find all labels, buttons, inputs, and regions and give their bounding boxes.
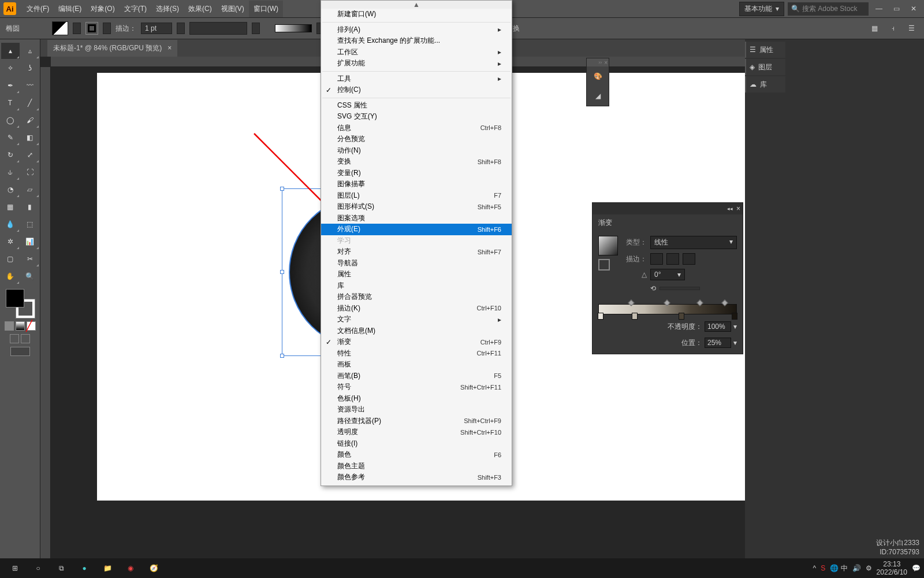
menu-item[interactable]: 变量(R)	[321, 168, 512, 179]
menu-item[interactable]: 链接(I)	[321, 438, 512, 450]
menu-item[interactable]: 分色预览	[321, 134, 512, 145]
menu-item[interactable]: ✓渐变Ctrl+F9	[321, 336, 512, 348]
perspective-tool[interactable]: ▱	[21, 181, 39, 198]
ruler-vertical[interactable]	[40, 67, 51, 565]
stroke-drop[interactable]	[103, 23, 111, 34]
rotate-tool[interactable]: ↻	[1, 147, 20, 163]
profile-drop[interactable]	[189, 22, 247, 35]
menu-item[interactable]: 信息Ctrl+F8	[321, 123, 512, 134]
menu-item[interactable]: 拼合器预览	[321, 291, 512, 303]
stroke-swatch[interactable]	[85, 22, 98, 35]
panel-layers[interactable]: ◈图层	[745, 59, 785, 75]
menu-file[interactable]: 文件(F)	[22, 1, 54, 17]
blend-tool[interactable]: ⬚	[21, 216, 39, 232]
grid-icon[interactable]: ▦	[867, 23, 881, 34]
ellipse-tool[interactable]: ◯	[1, 112, 20, 128]
align-icon[interactable]: ⫞	[886, 23, 900, 34]
menu-window[interactable]: 窗口(W)	[249, 1, 283, 17]
close-tab-icon[interactable]: ×	[167, 44, 172, 52]
doc-tab[interactable]: 未标题-1* @ 84% (RGB/GPU 预览)×	[47, 40, 177, 57]
fill-stroke-control[interactable]	[6, 289, 35, 318]
menu-item[interactable]: 图案选项	[321, 213, 512, 224]
menu-item[interactable]: 动作(N)	[321, 145, 512, 157]
gradient-tab[interactable]: 渐变	[593, 214, 618, 231]
stock-search[interactable]: 🔍搜索 Adobe Stock	[788, 2, 869, 16]
menu-item[interactable]: 排列(A)▸	[321, 24, 512, 36]
floating-color-panel[interactable]: ››× 🎨 ◢	[586, 58, 609, 106]
menu-item[interactable]: 扩展功能▸	[321, 58, 512, 69]
menu-item[interactable]: 工具▸	[321, 73, 512, 85]
menu-item[interactable]: 变换Shift+F8	[321, 156, 512, 168]
scale-tool[interactable]: ⤢	[21, 147, 39, 163]
menu-item[interactable]: 属性	[321, 269, 512, 280]
menu-item[interactable]: 图像描摹	[321, 179, 512, 190]
slice-tool[interactable]: ✂	[21, 251, 39, 267]
menu-object[interactable]: 对象(O)	[86, 1, 119, 17]
color-wheel-icon[interactable]: 🎨	[587, 66, 609, 86]
gradient-opacity[interactable]: 100%	[705, 321, 731, 332]
menu-item[interactable]: 文字▸	[321, 314, 512, 325]
color-guide-icon[interactable]: ◢	[587, 86, 609, 106]
fill-swatch[interactable]	[52, 21, 68, 35]
gradient-angle[interactable]: 0°▾	[650, 269, 685, 280]
hand-tool[interactable]: ✋	[1, 268, 20, 284]
menu-item[interactable]: 外观(E)Shift+F6	[321, 224, 512, 235]
maximize-button[interactable]: ▭	[889, 3, 903, 14]
search-button[interactable]: ○	[27, 560, 50, 577]
menu-item[interactable]: 颜色F6	[321, 449, 512, 461]
stroke-weight[interactable]: 1 pt	[141, 23, 172, 34]
minimize-button[interactable]: —	[872, 3, 886, 14]
color-mode-buttons[interactable]: ╱	[5, 321, 36, 331]
menu-item[interactable]: 颜色参考Shift+F3	[321, 472, 512, 483]
menu-item[interactable]: 描边(K)Ctrl+F10	[321, 303, 512, 314]
menu-item[interactable]: 文档信息(M)	[321, 325, 512, 337]
gradient-tool[interactable]: ▮	[21, 199, 39, 215]
menu-item[interactable]: 工作区▸	[321, 47, 512, 58]
menu-item[interactable]: 对齐Shift+F7	[321, 246, 512, 258]
free-transform-tool[interactable]: ⛶	[21, 164, 39, 180]
gradient-type-select[interactable]: 线性▾	[650, 236, 737, 249]
panel-collapse-icon[interactable]: ◂◂	[727, 206, 733, 212]
menu-item[interactable]: 导航器	[321, 258, 512, 269]
start-button[interactable]: ⊞	[3, 560, 27, 577]
gradient-ramp[interactable]	[598, 304, 737, 314]
magic-wand-tool[interactable]: ✧	[1, 60, 20, 76]
graph-tool[interactable]: 📊	[21, 234, 39, 250]
workspace-switcher[interactable]: 基本功能▾	[739, 2, 784, 16]
panel-libraries[interactable]: ☁库	[745, 76, 785, 92]
menu-item[interactable]: 特性Ctrl+F11	[321, 348, 512, 360]
menu-item[interactable]: 色板(H)	[321, 393, 512, 405]
menu-item[interactable]: 查找有关 Exchange 的扩展功能...	[321, 35, 512, 47]
menu-item[interactable]: 路径查找器(P)Shift+Ctrl+F9	[321, 416, 512, 427]
menu-item[interactable]: 符号Shift+Ctrl+F11	[321, 381, 512, 393]
curvature-tool[interactable]: 〰	[21, 77, 39, 94]
paintbrush-tool[interactable]: 🖌	[21, 112, 39, 128]
gradient-panel[interactable]: ◂◂× 渐变 类型：线性▾ 描边： △0°▾ ⟲ 不透明度：100%▾ 位置：2…	[592, 202, 743, 354]
menu-item[interactable]: ✓控制(C)	[321, 84, 512, 96]
menu-item[interactable]: 新建窗口(W)	[321, 9, 512, 20]
symbol-sprayer-tool[interactable]: ✲	[1, 234, 20, 250]
menu-item[interactable]: 画板	[321, 359, 512, 370]
gradient-swap[interactable]	[598, 259, 610, 271]
eyedropper-tool[interactable]: 💧	[1, 216, 20, 232]
shape-builder-tool[interactable]: ◔	[1, 181, 20, 198]
selection-tool[interactable]: ▴	[1, 43, 20, 59]
line-tool[interactable]: ╱	[21, 95, 39, 111]
width-tool[interactable]: ⫝	[1, 164, 20, 180]
shaper-tool[interactable]: ✎	[1, 129, 20, 146]
fill-drop[interactable]	[73, 23, 81, 34]
menu-item[interactable]: 画笔(B)F5	[321, 370, 512, 382]
menu-item[interactable]: 库	[321, 280, 512, 292]
pen-tool[interactable]: ✒	[1, 77, 20, 94]
menu-item[interactable]: 资源导出	[321, 404, 512, 416]
menu-view[interactable]: 视图(V)	[217, 1, 249, 17]
task-view[interactable]: ⧉	[50, 560, 73, 577]
gradient-preview[interactable]	[598, 236, 618, 255]
panel-close-icon[interactable]: ×	[736, 205, 740, 213]
menu-item[interactable]: CSS 属性	[321, 100, 512, 112]
list-icon[interactable]: ☰	[904, 23, 918, 34]
eraser-tool[interactable]: ◧	[21, 129, 39, 146]
menu-item[interactable]: 颜色主题	[321, 461, 512, 472]
menu-effect[interactable]: 效果(C)	[184, 1, 217, 17]
close-button[interactable]: ✕	[907, 3, 921, 14]
